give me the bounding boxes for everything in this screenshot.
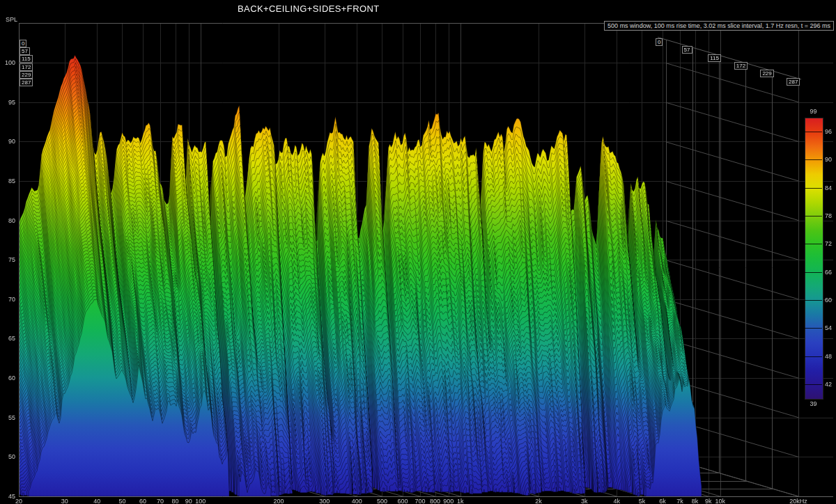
y-tick-label: 90: [0, 138, 15, 145]
spl-axis-label: SPL: [6, 16, 17, 23]
colorbar-tick-label: 66: [825, 269, 832, 276]
y-tick-label: 50: [0, 453, 15, 460]
x-tick-label: 4k: [614, 498, 621, 504]
y-tick-label: 60: [0, 375, 15, 381]
y-tick-label: 80: [0, 217, 15, 224]
colorbar-tick: [805, 244, 822, 244]
x-tick-label: 30: [61, 498, 68, 504]
colorbar-min-label: 39: [805, 400, 822, 407]
colorbar-tick: [805, 188, 822, 189]
x-tick-label: 800: [430, 498, 440, 504]
x-tick-label: 900: [443, 498, 454, 504]
x-tick-label: 2k: [535, 498, 542, 504]
time-label-left: 115: [20, 55, 33, 63]
time-label-right: 57: [682, 46, 692, 54]
colorbar-legend: [805, 118, 822, 398]
x-tick-label: 70: [157, 498, 164, 504]
time-label-right: 229: [760, 70, 773, 77]
colorbar-tick: [805, 272, 822, 273]
colorbar-tick: [805, 159, 822, 160]
colorbar-tick: [805, 384, 822, 385]
colorbar-tick: [805, 300, 822, 301]
time-label-left: 172: [20, 63, 33, 71]
x-tick-label: 20kHz: [789, 498, 807, 504]
x-tick-label: 100: [195, 498, 206, 504]
y-tick-label: 95: [0, 99, 15, 106]
x-tick-label: 90: [185, 498, 192, 504]
colorbar-tick-label: 60: [825, 297, 832, 304]
x-tick-label: 600: [397, 498, 408, 504]
x-tick-label: 80: [172, 498, 179, 504]
colorbar-tick-label: 78: [825, 212, 832, 219]
x-tick-label: 700: [415, 498, 425, 504]
measurement-info-box: 500 ms window, 100 ms rise time, 3.02 ms…: [604, 21, 834, 31]
x-tick-label: 10k: [715, 498, 725, 504]
time-label-right: 115: [708, 54, 721, 62]
colorbar-tick-label: 54: [825, 324, 832, 331]
x-tick-label: 8k: [692, 498, 699, 504]
waterfall-canvas[interactable]: [0, 0, 836, 504]
x-tick-label: 50: [118, 498, 125, 504]
y-tick-label: 55: [0, 414, 15, 421]
y-tick-label: 85: [0, 178, 15, 184]
time-label-left: 287: [20, 79, 33, 86]
colorbar-tick-label: 96: [825, 128, 832, 135]
y-tick-label: 45: [0, 493, 15, 500]
x-tick-label: 7k: [676, 498, 683, 504]
colorbar-tick-label: 42: [825, 381, 832, 388]
x-tick-label: 300: [319, 498, 330, 504]
y-tick-label: 65: [0, 335, 15, 342]
colorbar-max-label: 99: [805, 108, 822, 115]
x-tick-label: 9k: [705, 498, 712, 504]
colorbar-tick-label: 48: [825, 353, 832, 360]
waterfall-plot: BACK+CEILING+SIDES+FRONT SPL 500 ms wind…: [0, 0, 836, 504]
x-tick-label: 500: [377, 498, 387, 504]
colorbar-tick: [805, 132, 822, 132]
y-tick-label: 70: [0, 296, 15, 303]
colorbar-tick: [805, 216, 822, 216]
x-tick-label: 200: [273, 498, 284, 504]
colorbar-tick: [805, 328, 822, 329]
time-label-right: 172: [734, 62, 748, 70]
y-tick-label: 100: [0, 59, 15, 66]
x-tick-label: 5k: [639, 498, 646, 504]
plot-title: BACK+CEILING+SIDES+FRONT: [238, 3, 380, 14]
time-label-left: 229: [20, 71, 33, 79]
colorbar-tick-label: 90: [825, 156, 832, 163]
x-tick-label: 3k: [581, 498, 588, 504]
x-tick-label: 1k: [457, 498, 464, 504]
time-label-right: 287: [787, 78, 800, 86]
x-tick-label: 20: [15, 498, 22, 504]
colorbar-tick: [805, 356, 822, 357]
colorbar-tick-label: 72: [825, 240, 832, 247]
time-label-left: 0: [20, 40, 26, 47]
y-tick-label: 75: [0, 256, 15, 263]
time-label-right: 0: [656, 38, 663, 46]
x-tick-label: 400: [352, 498, 362, 504]
x-tick-label: 40: [93, 498, 100, 504]
x-tick-label: 6k: [659, 498, 666, 504]
colorbar-tick-label: 84: [825, 184, 832, 191]
x-tick-label: 60: [139, 498, 146, 504]
time-label-left: 57: [20, 47, 30, 55]
